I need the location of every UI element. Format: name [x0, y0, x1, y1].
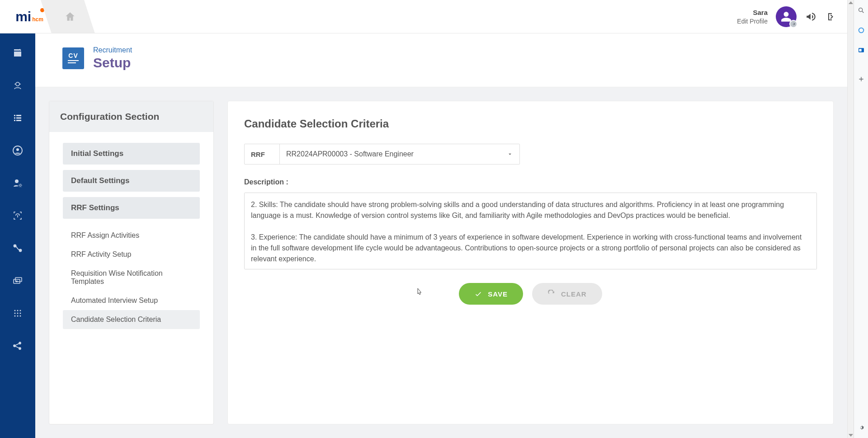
page-header-text: Recruitment Setup — [93, 46, 132, 71]
refresh-icon — [547, 290, 556, 298]
config-tab-default[interactable]: Default Settings — [63, 170, 200, 192]
svg-point-22 — [14, 316, 16, 317]
user-name: Sara — [737, 8, 768, 17]
nav-item-network[interactable] — [11, 339, 24, 353]
svg-point-10 — [19, 184, 21, 186]
nav-item-grid[interactable] — [11, 306, 24, 320]
rrf-selected-value: RR2024APR00003 - Software Engineer — [286, 150, 414, 158]
avatar-button[interactable] — [776, 6, 797, 27]
list-icon — [12, 113, 23, 123]
config-sub-item[interactable]: Requisition Wise Notification Templates — [63, 264, 200, 291]
nav-item-user-settings[interactable] — [11, 176, 24, 190]
avatar-settings-badge[interactable] — [789, 20, 797, 28]
outlook-icon — [858, 47, 865, 54]
document-edit-icon — [12, 47, 23, 58]
svg-point-18 — [20, 310, 21, 311]
page-title: Setup — [93, 55, 132, 71]
config-heading: Configuration Section — [49, 101, 213, 132]
svg-point-24 — [20, 316, 21, 317]
svg-point-19 — [14, 313, 16, 314]
rrf-select[interactable]: RR2024APR00003 - Software Engineer — [280, 144, 519, 164]
save-button-label: SAVE — [488, 290, 508, 298]
clear-button[interactable]: CLEAR — [532, 283, 602, 305]
ext-settings[interactable] — [858, 424, 865, 431]
config-tab-rrf[interactable]: RRF Settings — [63, 197, 200, 219]
copilot-icon — [858, 27, 865, 34]
breadcrumb[interactable]: Recruitment — [93, 46, 132, 54]
gear-icon — [791, 22, 796, 26]
network-icon — [12, 340, 23, 351]
svg-point-20 — [17, 313, 19, 314]
user-gear-icon — [12, 178, 23, 188]
nav-item-form[interactable] — [11, 46, 24, 60]
ext-add[interactable] — [858, 75, 865, 83]
svg-rect-28 — [68, 60, 79, 61]
clear-button-label: CLEAR — [561, 290, 587, 298]
svg-point-27 — [19, 348, 21, 349]
ext-outlook[interactable] — [858, 47, 865, 54]
config-sub-item[interactable]: Automated Interview Setup — [63, 291, 200, 310]
megaphone-icon — [805, 11, 817, 23]
rrf-field-label: RRF — [245, 144, 280, 164]
svg-point-21 — [20, 313, 21, 314]
user-circle-icon — [12, 145, 23, 156]
rrf-select-row: RRF RR2024APR00003 - Software Engineer — [244, 144, 520, 165]
svg-rect-29 — [68, 62, 76, 63]
svg-rect-5 — [14, 120, 15, 121]
app-scrollbar[interactable] — [847, 0, 854, 438]
fingerprint-icon — [12, 210, 23, 221]
config-sub-item[interactable]: Candidate Selection Criteria — [63, 310, 200, 329]
svg-point-25 — [14, 345, 15, 347]
form-title: Candidate Selection Criteria — [244, 118, 817, 130]
user-info[interactable]: Sara Edit Profile — [737, 8, 768, 26]
svg-point-23 — [17, 316, 19, 317]
description-label: Description : — [244, 178, 817, 186]
nav-item-workflow[interactable] — [11, 241, 24, 255]
home-button[interactable] — [50, 0, 90, 33]
svg-point-30 — [859, 8, 862, 12]
svg-rect-6 — [16, 120, 21, 121]
ext-copilot[interactable] — [858, 27, 865, 34]
money-icon — [12, 275, 23, 286]
svg-rect-2 — [16, 115, 21, 116]
brand-logo[interactable]: mihcm — [9, 9, 50, 24]
save-button[interactable]: SAVE — [459, 283, 523, 305]
svg-point-0 — [16, 82, 19, 86]
svg-point-8 — [16, 148, 19, 151]
nav-item-finance[interactable] — [11, 274, 24, 287]
home-icon — [64, 11, 76, 23]
support-icon — [12, 80, 23, 91]
svg-point-31 — [859, 28, 863, 33]
plus-icon — [858, 75, 865, 83]
nav-item-list[interactable] — [11, 111, 24, 125]
config-tab-initial[interactable]: Initial Settings — [63, 143, 200, 165]
config-sub-item[interactable]: RRF Assign Activities — [63, 226, 200, 245]
search-icon — [858, 7, 865, 14]
document-lines-icon — [66, 59, 80, 65]
nav-item-support[interactable] — [11, 79, 24, 92]
nav-item-scan[interactable] — [11, 209, 24, 222]
workflow-icon — [12, 243, 23, 254]
config-panel: Configuration Section Initial Settings D… — [49, 101, 214, 424]
svg-rect-3 — [14, 118, 15, 119]
header-left: mihcm — [9, 0, 90, 33]
check-icon — [474, 290, 482, 298]
nav-item-profile[interactable] — [11, 144, 24, 157]
edit-profile-link[interactable]: Edit Profile — [737, 17, 768, 26]
ext-search[interactable] — [858, 7, 865, 14]
announcements-button[interactable] — [805, 10, 817, 23]
form-card: Candidate Selection Criteria RRF RR2024A… — [227, 101, 834, 424]
logout-icon — [826, 11, 837, 22]
browser-extension-rail — [854, 0, 868, 438]
config-sub-item[interactable]: RRF Activity Setup — [63, 245, 200, 264]
svg-rect-1 — [14, 115, 15, 116]
svg-point-9 — [15, 179, 19, 183]
logout-button[interactable] — [826, 10, 838, 23]
gear-icon — [858, 424, 865, 431]
app-header: mihcm Sara Edit Profile — [0, 0, 847, 33]
svg-point-26 — [19, 342, 21, 344]
page-header: CV Recruitment Setup — [35, 33, 847, 87]
chevron-down-icon — [507, 151, 513, 157]
description-textarea[interactable] — [244, 193, 817, 269]
page-icon-text: CV — [68, 52, 78, 59]
